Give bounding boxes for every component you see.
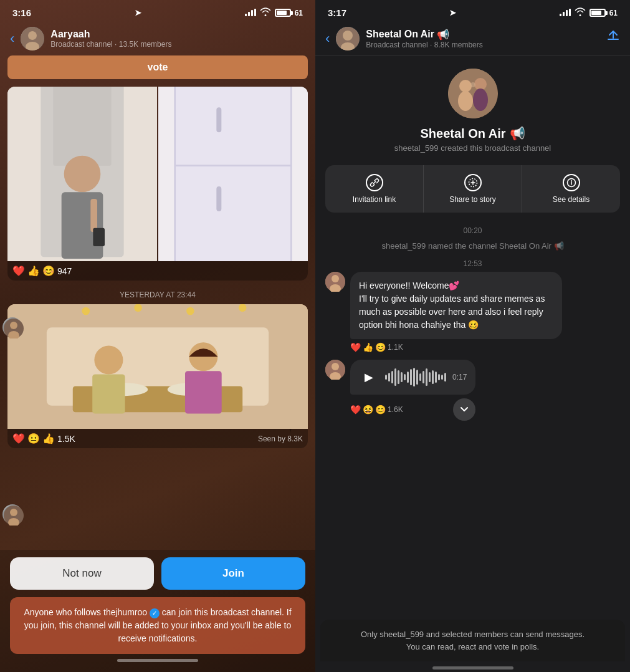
left-battery-level: 61: [295, 9, 303, 17]
msg-avatar-1: [325, 272, 345, 292]
audio-bubble: ▶: [350, 360, 475, 395]
left-home-indicator: [117, 659, 198, 662]
post-image-right: [158, 87, 308, 261]
profile-created: sheetal_599 created this broadcast chann…: [394, 143, 551, 153]
svg-rect-9: [53, 87, 111, 166]
svg-rect-12: [90, 199, 97, 232]
right-location-arrow-icon: ➤: [449, 8, 456, 17]
post2-neutral-emoji: 😐: [27, 433, 40, 444]
msg1-reactions: ❤️ 👍 😊 1.1K: [350, 342, 562, 352]
svg-point-10: [64, 156, 101, 193]
svg-rect-2: [251, 10, 253, 16]
wave-bar: [441, 375, 443, 380]
add-circle-icon: [464, 174, 482, 191]
right-status-right: 61: [560, 7, 618, 18]
time-stamp-1: 00:20: [325, 223, 620, 239]
audio-waveform: [385, 368, 446, 386]
left-channel-info: Aaryaah Broadcast channel · 13.5K member…: [50, 29, 305, 49]
post1-smile-emoji: 😊: [42, 265, 55, 277]
msg-avatar-audio: [325, 360, 345, 380]
verified-badge: ✓: [150, 608, 160, 618]
share-to-story-button[interactable]: Share to story: [424, 165, 522, 213]
right-signal-icon: [560, 8, 571, 18]
post2-thumbs-emoji: 👍: [42, 433, 55, 444]
svg-rect-15: [175, 87, 292, 261]
timestamp-label: YESTERDAY AT 23:44: [7, 286, 308, 304]
left-back-button[interactable]: ‹: [10, 31, 14, 47]
right-header: ‹ Sheetal On Air 📢 Broadcast channel · 8…: [315, 22, 630, 56]
post1-heart-emoji: ❤️: [12, 265, 25, 277]
profile-name: Sheetal On Air 📢: [420, 126, 525, 141]
svg-rect-0: [245, 14, 247, 16]
profile-megaphone-icon: 📢: [510, 126, 525, 141]
svg-point-34: [186, 307, 194, 315]
post1-thumbs-emoji: 👍: [27, 265, 40, 277]
left-channel-name: Aaryaah: [50, 29, 305, 40]
svg-point-5: [28, 31, 37, 40]
right-panel: 3:17 ➤ 61 ‹ Sheetal On Air: [315, 0, 630, 672]
msg1-heart-emoji: ❤️: [350, 342, 361, 352]
post1-reactions-bar: ❤️ 👍 😊 947: [7, 261, 308, 281]
bottom-bar-text: Only sheetal_599 and selected members ca…: [361, 630, 585, 651]
see-details-button[interactable]: See details: [522, 165, 620, 213]
svg-rect-31: [185, 371, 222, 413]
svg-rect-1: [248, 12, 250, 16]
see-details-label: See details: [553, 195, 589, 204]
svg-point-64: [332, 363, 339, 370]
wave-bar: [438, 374, 440, 380]
audio-play-button[interactable]: ▶: [359, 367, 379, 387]
wave-bar: [385, 375, 387, 380]
svg-point-59: [571, 180, 572, 181]
right-battery-level: 61: [609, 9, 618, 17]
svg-point-33: [134, 304, 142, 312]
left-header: ‹ Aaryaah Broadcast channel · 13.5K memb…: [0, 22, 315, 55]
right-megaphone-icon: 📢: [437, 29, 449, 41]
svg-rect-17: [216, 107, 221, 132]
right-channel-avatar: [336, 27, 360, 50]
svg-rect-40: [563, 12, 565, 16]
svg-point-49: [459, 80, 472, 92]
right-back-button[interactable]: ‹: [325, 31, 330, 47]
wave-bar: [432, 370, 434, 384]
wave-bar: [404, 374, 406, 380]
left-wifi-icon: [260, 7, 271, 18]
left-battery-icon: [275, 9, 291, 17]
svg-point-53: [470, 82, 475, 87]
svg-point-50: [458, 91, 473, 111]
wave-bar: [391, 371, 393, 383]
wave-bar: [410, 369, 412, 385]
msg1-count: 1.1K: [388, 343, 403, 352]
left-content: vote: [0, 55, 315, 550]
msg2-count: 1.6K: [388, 405, 403, 414]
message-row-audio: ▶: [325, 360, 620, 421]
not-now-button[interactable]: Not now: [10, 557, 154, 590]
left-panel: 🤖 🤖 ⭐ ✦ 3:16 ➤ 61 ‹: [0, 0, 315, 672]
wave-bar: [435, 372, 437, 383]
scroll-down-button[interactable]: [453, 398, 475, 421]
msg1-thumbs-emoji: 👍: [363, 342, 373, 352]
wave-bar: [398, 370, 399, 384]
vote-button[interactable]: vote: [7, 55, 308, 79]
msg1-smile-emoji: 😊: [375, 342, 386, 352]
left-channel-sub: Broadcast channel · 13.5K members: [50, 40, 305, 49]
join-buttons-row: Not now Join: [10, 557, 305, 590]
upload-icon[interactable]: [606, 30, 620, 47]
msg2-reactions: ❤️ 😆 😊 1.6K: [350, 405, 403, 415]
svg-point-37: [10, 509, 17, 516]
invitation-link-button[interactable]: Invitation link: [325, 165, 424, 213]
right-channel-info: Sheetal On Air 📢 Broadcast channel · 8.8…: [366, 29, 600, 49]
profile-avatar: [448, 69, 498, 118]
wave-bar: [422, 371, 424, 383]
time-stamp-2: 12:53: [325, 256, 620, 272]
left-location-arrow-icon: ➤: [135, 8, 141, 17]
left-status-right: 61: [245, 7, 303, 18]
link-icon: [366, 174, 383, 191]
wave-bar: [401, 372, 403, 382]
svg-point-48: [448, 69, 498, 118]
wave-bar: [394, 368, 396, 386]
info-icon: [563, 174, 580, 191]
join-button[interactable]: Join: [161, 557, 305, 590]
right-wifi-icon: [575, 7, 586, 18]
right-home-indicator: [432, 666, 513, 670]
right-channel-sub: Broadcast channel · 8.8K members: [366, 41, 600, 49]
